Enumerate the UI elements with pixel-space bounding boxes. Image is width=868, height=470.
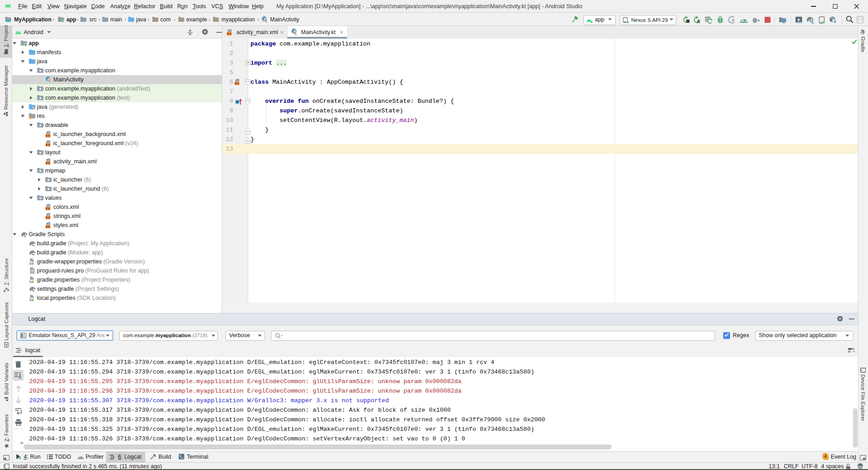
svg-text:A: A (697, 19, 700, 24)
svg-text:4: 4 (824, 454, 827, 459)
